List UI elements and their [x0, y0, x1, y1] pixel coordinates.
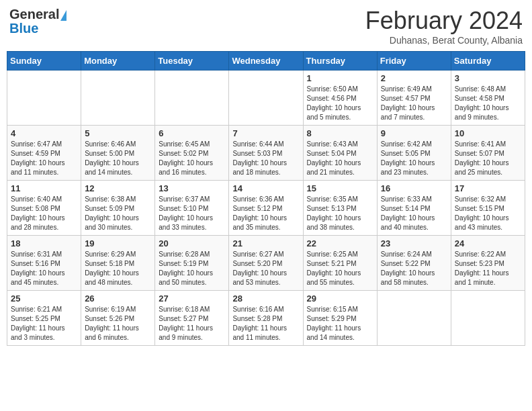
day-number: 7	[232, 128, 299, 138]
day-info: Sunrise: 6:35 AMSunset: 5:13 PMDaylight:…	[307, 195, 373, 232]
calendar-cell: 21Sunrise: 6:27 AMSunset: 5:20 PMDayligh…	[229, 236, 303, 291]
calendar-cell: 28Sunrise: 6:16 AMSunset: 5:28 PMDayligh…	[229, 291, 303, 346]
week-row-1: 4Sunrise: 6:47 AMSunset: 4:59 PMDaylight…	[7, 126, 525, 181]
day-number: 23	[381, 238, 447, 248]
calendar-cell: 13Sunrise: 6:37 AMSunset: 5:10 PMDayligh…	[155, 181, 229, 236]
day-number: 14	[232, 183, 299, 193]
day-number: 3	[455, 73, 521, 83]
calendar-cell: 14Sunrise: 6:36 AMSunset: 5:12 PMDayligh…	[229, 181, 303, 236]
day-info: Sunrise: 6:48 AMSunset: 4:58 PMDaylight:…	[455, 85, 521, 122]
day-number: 4	[11, 128, 77, 138]
calendar-cell	[155, 71, 229, 126]
day-number: 12	[85, 183, 151, 193]
weekday-header-saturday: Saturday	[451, 52, 525, 71]
calendar-cell: 25Sunrise: 6:21 AMSunset: 5:25 PMDayligh…	[7, 291, 81, 346]
calendar-cell: 12Sunrise: 6:38 AMSunset: 5:09 PMDayligh…	[81, 181, 155, 236]
calendar-cell: 10Sunrise: 6:41 AMSunset: 5:07 PMDayligh…	[451, 126, 525, 181]
calendar-cell: 17Sunrise: 6:32 AMSunset: 5:15 PMDayligh…	[451, 181, 525, 236]
day-number: 13	[159, 183, 225, 193]
day-number: 8	[307, 128, 373, 138]
calendar-cell: 15Sunrise: 6:35 AMSunset: 5:13 PMDayligh…	[303, 181, 377, 236]
calendar-cell: 29Sunrise: 6:15 AMSunset: 5:29 PMDayligh…	[303, 291, 377, 346]
weekday-header-sunday: Sunday	[7, 52, 81, 71]
day-info: Sunrise: 6:18 AMSunset: 5:27 PMDaylight:…	[159, 305, 225, 342]
calendar-cell: 20Sunrise: 6:28 AMSunset: 5:19 PMDayligh…	[155, 236, 229, 291]
calendar-cell: 1Sunrise: 6:50 AMSunset: 4:56 PMDaylight…	[303, 71, 377, 126]
calendar-table: SundayMondayTuesdayWednesdayThursdayFrid…	[7, 51, 525, 346]
day-number: 20	[159, 238, 225, 248]
day-number: 18	[11, 238, 77, 248]
calendar-cell: 6Sunrise: 6:45 AMSunset: 5:02 PMDaylight…	[155, 126, 229, 181]
day-info: Sunrise: 6:40 AMSunset: 5:08 PMDaylight:…	[11, 195, 77, 232]
day-number: 11	[11, 183, 77, 193]
day-info: Sunrise: 6:27 AMSunset: 5:20 PMDaylight:…	[232, 250, 299, 287]
day-info: Sunrise: 6:41 AMSunset: 5:07 PMDaylight:…	[455, 140, 521, 177]
day-info: Sunrise: 6:29 AMSunset: 5:18 PMDaylight:…	[85, 250, 151, 287]
calendar-cell: 19Sunrise: 6:29 AMSunset: 5:18 PMDayligh…	[81, 236, 155, 291]
month-title: February 2024	[365, 7, 523, 35]
day-info: Sunrise: 6:25 AMSunset: 5:21 PMDaylight:…	[307, 250, 373, 287]
day-info: Sunrise: 6:15 AMSunset: 5:29 PMDaylight:…	[307, 305, 373, 342]
day-number: 1	[307, 73, 373, 83]
calendar-cell	[7, 71, 81, 126]
day-info: Sunrise: 6:22 AMSunset: 5:23 PMDaylight:…	[455, 250, 521, 287]
day-number: 10	[455, 128, 521, 138]
calendar-cell: 3Sunrise: 6:48 AMSunset: 4:58 PMDaylight…	[451, 71, 525, 126]
day-info: Sunrise: 6:42 AMSunset: 5:05 PMDaylight:…	[381, 140, 447, 177]
day-info: Sunrise: 6:28 AMSunset: 5:19 PMDaylight:…	[159, 250, 225, 287]
calendar-cell: 27Sunrise: 6:18 AMSunset: 5:27 PMDayligh…	[155, 291, 229, 346]
weekday-header-row: SundayMondayTuesdayWednesdayThursdayFrid…	[7, 52, 525, 71]
calendar-cell	[229, 71, 303, 126]
day-number: 5	[85, 128, 151, 138]
weekday-header-thursday: Thursday	[303, 52, 377, 71]
day-info: Sunrise: 6:32 AMSunset: 5:15 PMDaylight:…	[455, 195, 521, 232]
day-info: Sunrise: 6:36 AMSunset: 5:12 PMDaylight:…	[232, 195, 299, 232]
day-number: 25	[11, 293, 77, 304]
day-info: Sunrise: 6:38 AMSunset: 5:09 PMDaylight:…	[85, 195, 151, 232]
day-info: Sunrise: 6:47 AMSunset: 4:59 PMDaylight:…	[11, 140, 77, 177]
day-number: 19	[85, 238, 151, 248]
day-number: 17	[455, 183, 521, 193]
day-number: 22	[307, 238, 373, 248]
calendar-cell	[451, 291, 525, 346]
day-number: 26	[85, 293, 151, 304]
day-info: Sunrise: 6:49 AMSunset: 4:57 PMDaylight:…	[381, 85, 447, 122]
logo: General Blue	[9, 7, 70, 36]
title-block: February 2024 Duhanas, Berat County, Alb…	[365, 7, 523, 46]
week-row-4: 25Sunrise: 6:21 AMSunset: 5:25 PMDayligh…	[7, 291, 525, 346]
day-number: 24	[455, 238, 521, 248]
day-info: Sunrise: 6:24 AMSunset: 5:22 PMDaylight:…	[381, 250, 447, 287]
calendar-cell: 24Sunrise: 6:22 AMSunset: 5:23 PMDayligh…	[451, 236, 525, 291]
logo-triangle-icon	[60, 10, 66, 21]
calendar-cell: 2Sunrise: 6:49 AMSunset: 4:57 PMDaylight…	[377, 71, 451, 126]
week-row-3: 18Sunrise: 6:31 AMSunset: 5:16 PMDayligh…	[7, 236, 525, 291]
day-info: Sunrise: 6:45 AMSunset: 5:02 PMDaylight:…	[159, 140, 225, 177]
day-info: Sunrise: 6:33 AMSunset: 5:14 PMDaylight:…	[381, 195, 447, 232]
day-info: Sunrise: 6:44 AMSunset: 5:03 PMDaylight:…	[232, 140, 299, 177]
day-number: 29	[307, 293, 373, 304]
day-info: Sunrise: 6:50 AMSunset: 4:56 PMDaylight:…	[307, 85, 373, 122]
day-number: 9	[381, 128, 447, 138]
day-number: 21	[232, 238, 299, 248]
day-number: 6	[159, 128, 225, 138]
calendar-cell: 4Sunrise: 6:47 AMSunset: 4:59 PMDaylight…	[7, 126, 81, 181]
calendar-cell: 23Sunrise: 6:24 AMSunset: 5:22 PMDayligh…	[377, 236, 451, 291]
location: Duhanas, Berat County, Albania	[365, 35, 523, 46]
calendar-cell: 22Sunrise: 6:25 AMSunset: 5:21 PMDayligh…	[303, 236, 377, 291]
day-info: Sunrise: 6:37 AMSunset: 5:10 PMDaylight:…	[159, 195, 225, 232]
day-number: 15	[307, 183, 373, 193]
calendar-cell: 26Sunrise: 6:19 AMSunset: 5:26 PMDayligh…	[81, 291, 155, 346]
day-info: Sunrise: 6:46 AMSunset: 5:00 PMDaylight:…	[85, 140, 151, 177]
calendar-cell: 7Sunrise: 6:44 AMSunset: 5:03 PMDaylight…	[229, 126, 303, 181]
weekday-header-wednesday: Wednesday	[229, 52, 303, 71]
weekday-header-tuesday: Tuesday	[155, 52, 229, 71]
page-header: General Blue February 2024 Duhanas, Bera…	[7, 7, 525, 46]
calendar-cell: 5Sunrise: 6:46 AMSunset: 5:00 PMDaylight…	[81, 126, 155, 181]
logo-blue: Blue	[9, 21, 38, 36]
week-row-0: 1Sunrise: 6:50 AMSunset: 4:56 PMDaylight…	[7, 71, 525, 126]
week-row-2: 11Sunrise: 6:40 AMSunset: 5:08 PMDayligh…	[7, 181, 525, 236]
day-number: 28	[232, 293, 299, 304]
day-number: 16	[381, 183, 447, 193]
day-number: 2	[381, 73, 447, 83]
calendar-cell: 9Sunrise: 6:42 AMSunset: 5:05 PMDaylight…	[377, 126, 451, 181]
